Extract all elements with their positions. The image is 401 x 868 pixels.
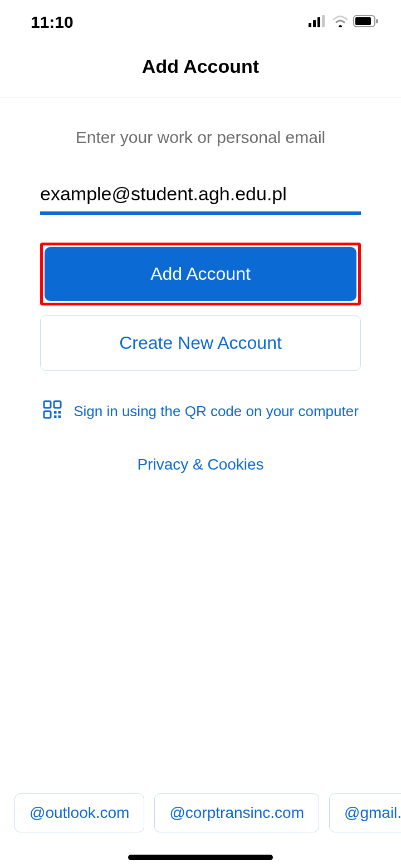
- battery-icon: [353, 15, 379, 29]
- svg-rect-5: [355, 17, 371, 25]
- highlight-annotation: Add Account: [40, 243, 361, 305]
- svg-rect-2: [317, 17, 320, 27]
- svg-rect-1: [313, 20, 316, 27]
- suggestion-chip-outlook[interactable]: @outlook.com: [14, 793, 144, 832]
- status-bar: 11:10: [0, 0, 401, 39]
- svg-rect-13: [58, 416, 61, 418]
- status-icons: [309, 15, 379, 29]
- email-field[interactable]: [40, 177, 361, 215]
- svg-rect-11: [58, 411, 61, 414]
- page-header: Add Account: [0, 39, 401, 97]
- suggestion-chip-corptransinc[interactable]: @corptransinc.com: [154, 793, 319, 832]
- qr-signin-link[interactable]: Sign in using the QR code on your comput…: [40, 400, 361, 423]
- cellular-signal-icon: [309, 15, 327, 29]
- svg-rect-6: [376, 19, 378, 23]
- svg-rect-3: [322, 15, 325, 27]
- privacy-cookies-link[interactable]: Privacy & Cookies: [40, 456, 361, 474]
- svg-rect-12: [54, 416, 57, 418]
- suggestion-chip-gmail[interactable]: @gmail.c: [329, 793, 401, 832]
- svg-rect-8: [54, 401, 61, 408]
- svg-rect-7: [44, 401, 51, 408]
- status-time: 11:10: [31, 13, 74, 32]
- page-title: Add Account: [0, 56, 401, 77]
- qr-code-icon: [42, 400, 62, 423]
- add-account-button[interactable]: Add Account: [45, 247, 356, 301]
- email-domain-suggestions: @outlook.com @corptransinc.com @gmail.c: [0, 793, 401, 832]
- create-new-account-button[interactable]: Create New Account: [40, 315, 361, 371]
- wifi-icon: [332, 15, 349, 29]
- svg-rect-10: [54, 411, 57, 414]
- home-indicator[interactable]: [128, 855, 273, 860]
- svg-rect-0: [309, 23, 311, 27]
- qr-signin-label: Sign in using the QR code on your comput…: [74, 403, 359, 420]
- subtitle-text: Enter your work or personal email: [40, 128, 361, 147]
- svg-rect-9: [44, 411, 51, 418]
